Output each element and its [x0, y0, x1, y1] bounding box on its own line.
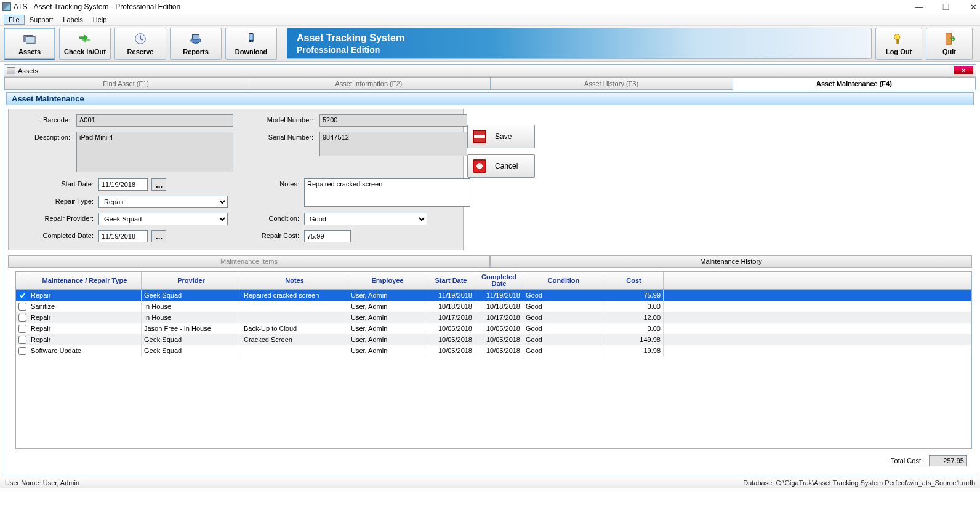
svg-point-7	[251, 41, 252, 42]
label-barcode: Barcode:	[15, 114, 70, 124]
cell-employee: User, Admin	[348, 334, 427, 345]
menu-help[interactable]: Help	[88, 15, 112, 25]
cancel-button[interactable]: Cancel	[467, 154, 535, 178]
menu-labels[interactable]: Labels	[58, 15, 87, 25]
cell-condition: Good	[523, 334, 604, 345]
toolbar-checkinout-button[interactable]: Check In/Out	[59, 28, 111, 60]
toolbar-download-button[interactable]: Download	[225, 28, 277, 60]
repair-type-select[interactable]: Repair	[98, 196, 228, 208]
tab-find-asset[interactable]: Find Asset (F1)	[4, 77, 247, 90]
cell-completed: 10/18/2018	[475, 301, 523, 312]
table-row[interactable]: RepairJason Free - In HouseBack-Up to Cl…	[16, 323, 971, 334]
start-date-input[interactable]	[98, 178, 148, 191]
table-row[interactable]: RepairGeek SquadCracked ScreenUser, Admi…	[16, 334, 971, 345]
toolbar-reserve-button[interactable]: Reserve	[114, 28, 166, 60]
subwindow-close-button[interactable]: ✕	[954, 66, 973, 74]
col-condition[interactable]: Condition	[523, 272, 604, 289]
tab-maintenance-history[interactable]: Maintenance History	[490, 255, 972, 268]
form-panel: Barcode: A001 Model Number: 5200 Descrip…	[8, 109, 464, 250]
toolbar-quit-button[interactable]: Quit	[926, 28, 973, 60]
repair-provider-select[interactable]: Geek Squad	[98, 213, 228, 225]
field-model: 5200	[319, 114, 467, 127]
table-row[interactable]: Software UpdateGeek SquadUser, Admin10/0…	[16, 345, 971, 356]
cell-start: 10/05/2018	[427, 334, 475, 345]
cell-completed: 10/05/2018	[475, 345, 523, 356]
save-button[interactable]: Save	[467, 125, 535, 148]
label-start-date: Start Date:	[15, 178, 94, 188]
row-checkbox[interactable]	[18, 292, 26, 300]
col-completed-date[interactable]: Completed Date	[475, 272, 523, 289]
cell-condition: Good	[523, 323, 604, 334]
cell-employee: User, Admin	[348, 290, 427, 301]
table-row[interactable]: SanitizeIn HouseUser, Admin10/18/201810/…	[16, 301, 971, 312]
main-tabs: Find Asset (F1) Asset Information (F2) A…	[4, 77, 976, 90]
cell-start: 10/05/2018	[427, 345, 475, 356]
toolbar-logout-button[interactable]: Log Out	[875, 28, 922, 60]
cell-cost: 149.98	[604, 334, 664, 345]
label-repair-cost: Repair Cost:	[233, 230, 299, 239]
svg-rect-4	[193, 35, 199, 39]
row-checkbox[interactable]	[18, 325, 26, 333]
banner-line1: Asset Tracking System	[297, 33, 871, 44]
row-checkbox[interactable]	[18, 314, 26, 322]
cell-condition: Good	[523, 312, 604, 323]
cell-notes	[241, 301, 348, 312]
col-employee[interactable]: Employee	[348, 272, 427, 289]
toolbar: Assets Check In/Out Reserve Reports Down…	[0, 26, 980, 62]
cell-cost: 75.99	[604, 290, 664, 301]
table-row[interactable]: RepairIn HouseUser, Admin10/17/201810/17…	[16, 312, 971, 323]
col-checkbox	[16, 272, 28, 289]
tab-maintenance-items[interactable]: Maintenance Items	[8, 255, 490, 268]
repair-cost-input[interactable]	[304, 230, 351, 242]
row-checkbox[interactable]	[18, 347, 26, 355]
tab-asset-history[interactable]: Asset History (F3)	[491, 77, 733, 90]
col-provider[interactable]: Provider	[142, 272, 241, 289]
close-button[interactable]: ✕	[968, 2, 979, 11]
start-date-picker-button[interactable]: ...	[151, 178, 166, 191]
cell-cost: 0.00	[604, 301, 664, 312]
total-cost-value: 257.95	[929, 455, 967, 466]
table-row[interactable]: RepairGeek SquadRepaired cracked screenU…	[16, 290, 971, 301]
notes-input[interactable]: Repaired cracked screen	[304, 178, 470, 207]
cell-provider: Geek Squad	[142, 345, 241, 356]
cell-notes	[241, 312, 348, 323]
condition-select[interactable]: Good	[304, 213, 427, 225]
cell-notes: Cracked Screen	[241, 334, 348, 345]
assets-icon	[23, 32, 36, 46]
field-serial: 9847512	[319, 132, 467, 156]
menu-support[interactable]: Support	[25, 15, 58, 25]
cell-provider: Geek Squad	[142, 290, 241, 301]
toolbar-assets-button[interactable]: Assets	[4, 28, 55, 60]
cell-completed: 11/19/2018	[475, 290, 523, 301]
cell-condition: Good	[523, 345, 604, 356]
tab-asset-maintenance[interactable]: Asset Maintenance (F4)	[733, 77, 976, 90]
col-cost[interactable]: Cost	[604, 272, 664, 289]
toolbar-checkinout-label: Check In/Out	[64, 48, 106, 55]
col-notes[interactable]: Notes	[241, 272, 348, 289]
cell-employee: User, Admin	[348, 312, 427, 323]
field-barcode: A001	[76, 114, 233, 127]
toolbar-reports-button[interactable]: Reports	[170, 28, 222, 60]
quit-icon	[942, 32, 956, 46]
cell-completed: 10/17/2018	[475, 312, 523, 323]
col-start-date[interactable]: Start Date	[427, 272, 475, 289]
cell-cost: 12.00	[604, 312, 664, 323]
label-serial: Serial Number:	[239, 132, 313, 141]
subwindow-title: Assets	[18, 67, 38, 74]
app-icon	[2, 2, 11, 11]
completed-date-input[interactable]	[98, 230, 148, 242]
logout-icon	[892, 32, 906, 46]
subwindow-icon	[7, 67, 15, 74]
cell-type: Repair	[28, 290, 142, 301]
cell-start: 10/17/2018	[427, 312, 475, 323]
maximize-button[interactable]: ❐	[941, 2, 952, 11]
window-title: ATS - Asset Tracking System - Profession…	[14, 2, 180, 11]
cell-notes: Back-Up to Cloud	[241, 323, 348, 334]
menu-file[interactable]: File	[4, 15, 25, 25]
tab-asset-information[interactable]: Asset Information (F2)	[247, 77, 490, 90]
row-checkbox[interactable]	[18, 336, 26, 344]
row-checkbox[interactable]	[18, 303, 26, 311]
completed-date-picker-button[interactable]: ...	[151, 230, 166, 242]
col-type[interactable]: Maintenance / Repair Type	[28, 272, 142, 289]
minimize-button[interactable]: —	[914, 2, 925, 11]
